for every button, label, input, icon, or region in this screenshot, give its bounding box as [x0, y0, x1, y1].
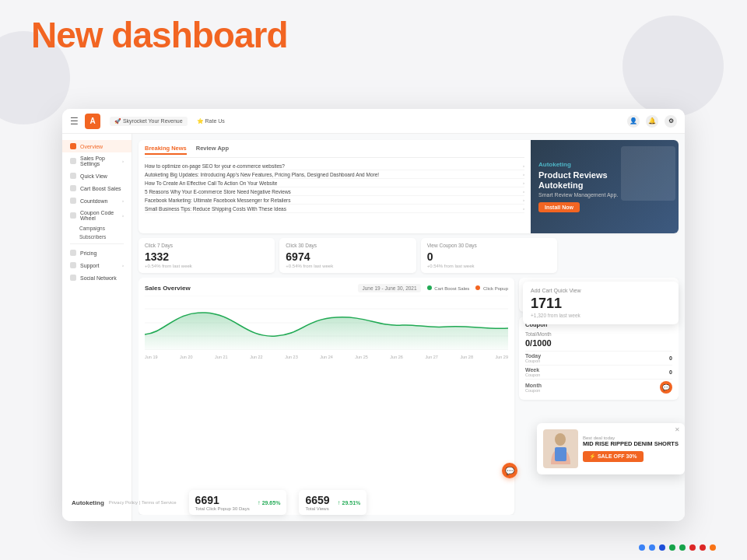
sales-pop-icon — [70, 158, 76, 164]
news-item: Facebook Marketing: Ultimate Facebook Me… — [145, 196, 524, 205]
coupon-section: Coupon Total/Month 0/1000 Today Coupon 0 — [519, 317, 679, 400]
stat-label: View Coupon 30 Days — [427, 243, 551, 248]
chevron-icon: › — [122, 213, 124, 218]
news-text: How To Create An Effective Call To Actio… — [145, 180, 277, 186]
stat-value: 1332 — [145, 250, 268, 263]
coupon-today-val: 0 — [669, 355, 672, 361]
coupon-chat-icon[interactable]: 💬 — [660, 381, 672, 394]
x-label: Jun 28 — [460, 355, 473, 359]
tab-header: Breaking News Review App — [145, 145, 524, 158]
carousel-dot-2[interactable] — [659, 544, 665, 551]
x-label: Jun 23 — [285, 355, 298, 359]
x-label: Jun 26 — [390, 355, 403, 359]
sidebar-item-overview[interactable]: Overview — [62, 140, 132, 152]
footer-stat-badge: ↑ 29.65% — [258, 499, 281, 506]
support-icon — [70, 262, 76, 268]
banner-install-button[interactable]: Install Now — [538, 202, 580, 212]
sidebar-item-support[interactable]: Support › — [62, 259, 132, 271]
deal-info: Best deal today MID RISE RIPPED DENIM SH… — [583, 436, 679, 463]
sidebar-item-label: Quick View — [80, 173, 107, 179]
sidebar-item-quick-view[interactable]: Quick View — [62, 170, 132, 182]
sidebar-item-social[interactable]: Social Network — [62, 271, 132, 284]
settings-icon[interactable]: ⚙ — [665, 115, 677, 128]
news-panel: Breaking News Review App How to optimize… — [139, 140, 531, 233]
sidebar-item-countdown[interactable]: Countdown › — [62, 194, 132, 207]
chart-x-labels: Jun 19 Jun 20 Jun 21 Jun 22 Jun 23 Jun 2… — [145, 355, 508, 359]
news-text: Autoketing Big Updates: Introducing App'… — [145, 172, 379, 177]
quick-view-card: Add Cart Quick View 1711 +1,320 from las… — [523, 282, 679, 324]
sidebar-item-coupon-wheel[interactable]: Coupon Code Wheel › — [62, 207, 132, 224]
user-icon[interactable]: 👤 — [627, 115, 640, 128]
carousel-dot-7[interactable] — [710, 544, 716, 551]
quick-view-title: Add Cart Quick View — [531, 288, 671, 293]
coupon-row-week: Week Coupon 0 — [525, 365, 672, 379]
coupon-row-label: Month Coupon — [525, 383, 542, 393]
carousel-dot-4[interactable] — [679, 544, 686, 551]
badge2-value: 29.51% — [342, 500, 361, 506]
quick-view-sub: +1,320 from last week — [531, 313, 671, 318]
content-area: Breaking News Review App How to optimize… — [132, 134, 685, 521]
news-item: Small Business Tips: Reduce Shipping Cos… — [145, 205, 524, 213]
sidebar-item-label: Pricing — [80, 250, 96, 256]
hamburger-icon[interactable]: ☰ — [70, 116, 79, 127]
arrow-up-icon: ↑ — [338, 499, 341, 506]
fab-button[interactable]: 💬 — [502, 463, 517, 478]
sidebar-item-pricing[interactable]: Pricing — [62, 247, 132, 259]
sidebar-sub-campaigns[interactable]: Campaigns — [62, 224, 132, 233]
tabs-banner-row: Breaking News Review App How to optimize… — [139, 140, 679, 233]
carousel-dot-5[interactable] — [689, 544, 696, 551]
sidebar-item-cart-boost[interactable]: Cart Boost Sales — [62, 182, 132, 194]
carousel-dot-6[interactable] — [700, 544, 706, 551]
badge-value: 29.65% — [262, 500, 281, 506]
coupon-row-month: Month Coupon 💬 — [525, 379, 672, 395]
countdown-icon — [70, 198, 76, 204]
bg-circle-right — [622, 16, 724, 117]
top-nav-right: 👤 🔔 ⚙ — [627, 115, 677, 128]
stat-value: 0 — [427, 250, 551, 263]
sales-overview-header: Sales Overview June 19 - June 30, 2021 C… — [145, 284, 508, 292]
banner-image — [621, 146, 675, 201]
stat-card-coupon: View Coupon 30 Days 0 +0.54% from last w… — [421, 238, 557, 273]
arrow-icon: › — [523, 163, 524, 168]
stats-row: Click 7 Days 1332 +0.54% from last week … — [139, 238, 679, 273]
coupon-row-label: Week Coupon — [525, 367, 540, 377]
arrow-icon: › — [523, 206, 524, 211]
legend-label: Cart Boost Sales — [434, 286, 469, 291]
footer-stat2-info: 6659 Total Views — [305, 494, 329, 511]
sidebar: Overview Sales Pop Settings › Quick View… — [62, 134, 132, 521]
carousel-dot-3[interactable] — [669, 544, 675, 551]
so-header-right: June 19 - June 30, 2021 Cart Boost Sales… — [358, 284, 508, 292]
carousel-dot-0[interactable] — [639, 544, 645, 551]
deal-image-svg — [547, 432, 574, 467]
tab-breaking-news[interactable]: Breaking News — [145, 145, 187, 155]
chart-area: Jun 19 Jun 20 Jun 21 Jun 22 Jun 23 Jun 2… — [145, 296, 508, 350]
main-content: Overview Sales Pop Settings › Quick View… — [62, 134, 685, 521]
sales-date-range[interactable]: June 19 - June 30, 2021 — [358, 284, 420, 292]
footer-stat-info: 6691 Total Click Popup 30 Days — [195, 494, 250, 511]
coupon-month-label: Month — [525, 383, 542, 388]
carousel-dot-1[interactable] — [649, 544, 655, 551]
dots-row — [639, 544, 716, 551]
quick-view-icon — [70, 173, 76, 179]
pricing-icon — [70, 250, 76, 256]
skyrocket-button[interactable]: 🚀 Skyrocket Your Revenue — [110, 117, 188, 126]
sidebar-item-sales-pop[interactable]: Sales Pop Settings › — [62, 152, 132, 170]
top-nav: ☰ A 🚀 Skyrocket Your Revenue ⭐ Rate Us 👤… — [62, 109, 685, 134]
sidebar-divider — [70, 243, 124, 244]
arrow-icon: › — [523, 198, 524, 202]
sidebar-sub-subscribers[interactable]: Subscribers — [62, 233, 132, 241]
news-text: Facebook Marketing: Ultimate Facebook Me… — [145, 198, 291, 203]
x-label: Jun 24 — [320, 355, 333, 359]
footer-stat-value: 6691 — [195, 494, 250, 506]
sidebar-item-label: Support — [80, 263, 100, 268]
legend-label: Click Popup — [483, 286, 508, 291]
x-label: Jun 25 — [355, 355, 368, 359]
deal-popup-close[interactable]: ✕ — [675, 426, 680, 433]
arrow-icon: › — [523, 172, 524, 177]
bell-icon[interactable]: 🔔 — [646, 115, 658, 128]
page-title: New dashboard — [31, 14, 288, 56]
rate-button[interactable]: ⭐ Rate Us — [197, 118, 225, 124]
deal-button[interactable]: ⚡ SALE OFF 30% — [583, 451, 644, 462]
coupon-month-sub: Coupon — [525, 388, 542, 393]
tab-review-app[interactable]: Review App — [196, 145, 229, 155]
